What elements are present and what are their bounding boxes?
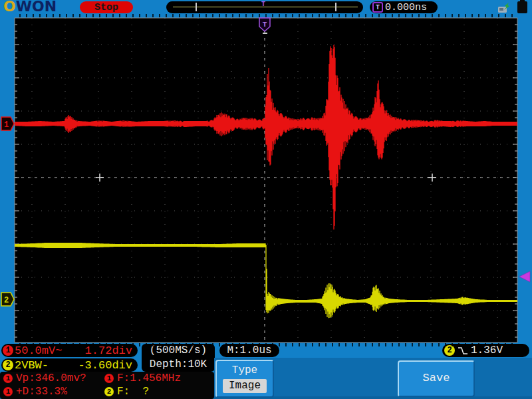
ch1-scale: 50.0mV~ [15, 344, 62, 357]
ch1-zero-flag [1, 117, 14, 130]
ch2-position: -3.60div [78, 359, 138, 372]
timebase-value: M:1.0us [227, 344, 271, 356]
type-button[interactable]: Type Image [215, 360, 274, 398]
sample-rate: (500MS/s) [142, 344, 215, 358]
usb-storage-icon [497, 2, 511, 14]
ch2-badge: 2 [3, 360, 13, 370]
run-stop-label: Stop [94, 2, 118, 13]
brand-logo: OWON [3, 0, 57, 15]
measurement-freq-ch1-badge: 1 [104, 374, 114, 383]
measurement-freq-ch2-badge: 2 [104, 387, 114, 396]
memory-bracket-right [335, 3, 336, 11]
timebase-pill: M:1.0us [219, 344, 279, 357]
trigger-level-arrow [519, 271, 530, 282]
falling-edge-icon [458, 346, 468, 355]
measurement-vp-value: Vp:346.0mv? [16, 372, 86, 384]
measurement-freq-ch2: 2 F: ? [101, 386, 211, 398]
trigger-status-pill: 2 1.36V [442, 344, 529, 357]
measurement-duty-badge: 1 [3, 387, 13, 396]
ch1-badge: 1 [3, 345, 13, 356]
ch2-zero-flag [1, 293, 14, 306]
trigger-t-icon: T [372, 2, 383, 13]
trigger-time-value: 0.000ns [385, 2, 427, 13]
graticule [15, 18, 517, 342]
memory-window-bar[interactable]: T [166, 1, 363, 13]
type-button-value[interactable]: Image [223, 379, 267, 393]
memory-bracket-left [196, 3, 197, 11]
ch1-position: 1.72div [85, 344, 138, 357]
measurement-duty: 1 +D:33.3% [0, 386, 101, 398]
brand-logo-o: O [3, 0, 16, 15]
ch2-scale: 2VBW- [15, 359, 49, 372]
measurement-freq-ch2-value: F: ? [117, 386, 149, 398]
save-button[interactable]: Save [398, 360, 475, 397]
acquisition-info-box: (500MS/s) Depth:10K [142, 344, 215, 372]
type-button-label: Type [217, 364, 273, 376]
run-stop-indicator[interactable]: Stop [80, 1, 133, 13]
svg-text:1: 1 [4, 120, 9, 130]
measurements-panel: 1 Vp:346.0mv? 1 F:1.456MHz 1 +D:33.3% 2 … [0, 372, 214, 399]
oscilloscope-screen: OWON Stop T T 0.000ns T12 1 50.0mV~ 1.72… [0, 0, 532, 399]
svg-text:2: 2 [4, 296, 9, 305]
trigger-source-badge: 2 [444, 345, 455, 356]
battery-icon [517, 1, 527, 13]
trigger-time-readout: T 0.000ns [370, 1, 438, 13]
measurement-freq-ch1: 1 F:1.456MHz [101, 372, 211, 384]
brand-logo-rest: WON [16, 0, 57, 15]
measurement-freq-ch1-value: F:1.456MHz [117, 372, 181, 384]
memory-trigger-position-icon: T [261, 1, 265, 8]
ch1-status-pill: 1 50.0mV~ 1.72div [1, 344, 138, 357]
measurement-duty-value: +D:33.3% [16, 386, 67, 398]
ch2-status-pill: 2 2VBW- -3.60div [1, 358, 138, 372]
trigger-level-value: 1.36V [471, 344, 503, 356]
save-button-label: Save [423, 372, 450, 384]
memory-depth: Depth:10K [142, 358, 215, 372]
measurement-vp-badge: 1 [3, 374, 13, 383]
measurement-vp: 1 Vp:346.0mv? [0, 372, 101, 384]
